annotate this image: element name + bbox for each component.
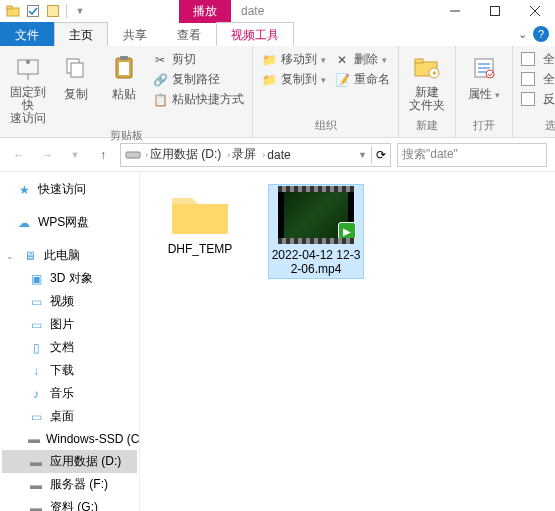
select-all-button[interactable]: 全部选择 [519, 50, 555, 69]
folder-icon[interactable] [4, 2, 22, 20]
video-thumbnail: ▶ [278, 186, 354, 244]
drive-icon: ▬ [28, 454, 44, 470]
nav-downloads[interactable]: ↓下载 [2, 359, 137, 382]
rename-button[interactable]: 📝重命名 [332, 70, 392, 89]
forward-button[interactable]: → [36, 144, 58, 166]
svg-rect-13 [120, 56, 128, 60]
crumb[interactable]: ›录屏 [225, 146, 258, 163]
group-label: 打开 [462, 116, 506, 135]
nav-wps[interactable]: ☁WPS网盘 [2, 211, 137, 234]
nav-videos[interactable]: ▭视频 [2, 290, 137, 313]
tab-view[interactable]: 查看 [162, 22, 216, 46]
pc-icon: 🖥 [22, 248, 38, 264]
scissors-icon: ✂ [152, 52, 168, 68]
ribbon: 固定到快 速访问 复制 粘贴 ✂剪切 🔗复制路径 📋粘贴快捷方式 剪贴板 📁移动… [0, 46, 555, 138]
paste-button[interactable]: 粘贴 [102, 48, 146, 103]
file-list[interactable]: DHF_TEMP ▶ 2022-04-12 12-32-06.mp4 [140, 172, 555, 511]
group-new: ✦ 新建 文件夹 新建 [399, 46, 456, 137]
ribbon-collapse-icon[interactable]: ⌄ [518, 28, 527, 41]
folder-icon [168, 186, 232, 238]
tab-video-tools[interactable]: 视频工具 [216, 22, 294, 46]
navigation-pane: ★快速访问 ☁WPS网盘 ⌄🖥此电脑 ▣3D 对象 ▭视频 ▭图片 ▯文档 ↓下… [0, 172, 140, 511]
invert-icon [521, 92, 539, 107]
title-bar: ▼ 播放 date [0, 0, 555, 22]
pin-button[interactable]: 固定到快 速访问 [6, 48, 50, 126]
new-folder-label: 新建 文件夹 [409, 86, 445, 112]
cut-button[interactable]: ✂剪切 [150, 50, 246, 69]
drive-icon: ▬ [28, 477, 44, 493]
tab-share[interactable]: 共享 [108, 22, 162, 46]
svg-text:✦: ✦ [431, 69, 438, 78]
copy-icon [60, 52, 92, 84]
paste-label: 粘贴 [112, 86, 136, 103]
help-icon[interactable]: ? [533, 26, 549, 42]
nav-drive-c[interactable]: ▬Windows-SSD (C:) [2, 428, 137, 450]
svg-rect-5 [491, 7, 500, 16]
cube-icon: ▣ [28, 271, 44, 287]
nav-music[interactable]: ♪音乐 [2, 382, 137, 405]
tab-file[interactable]: 文件 [0, 22, 54, 46]
pin-icon [12, 52, 44, 84]
overflow-icon[interactable] [44, 2, 62, 20]
qat-dropdown-icon[interactable]: ▼ [71, 2, 89, 20]
document-icon: ▯ [28, 340, 44, 356]
video-file-item[interactable]: ▶ 2022-04-12 12-32-06.mp4 [268, 184, 364, 279]
maximize-button[interactable] [475, 0, 515, 22]
minimize-button[interactable] [435, 0, 475, 22]
paste-shortcut-button[interactable]: 📋粘贴快捷方式 [150, 90, 246, 109]
new-folder-button[interactable]: ✦ 新建 文件夹 [405, 48, 449, 112]
copy-label: 复制 [64, 86, 88, 103]
nav-quick-access[interactable]: ★快速访问 [2, 178, 137, 201]
close-button[interactable] [515, 0, 555, 22]
move-icon: 📁 [261, 52, 277, 68]
copy-to-icon: 📁 [261, 72, 277, 88]
pin-label: 固定到快 速访问 [6, 86, 50, 126]
address-bar[interactable]: ›应用数据 (D:) ›录屏 ›date ▼ ⟳ [120, 143, 391, 167]
svg-point-20 [486, 70, 494, 78]
file-name: DHF_TEMP [168, 242, 233, 256]
select-none-button[interactable]: 全部取消 [519, 70, 555, 89]
checkbox-icon[interactable] [24, 2, 42, 20]
group-open: 属性 打开 [456, 46, 513, 137]
nav-drive-d[interactable]: ▬应用数据 (D:) [2, 450, 137, 473]
body: ★快速访问 ☁WPS网盘 ⌄🖥此电脑 ▣3D 对象 ▭视频 ▭图片 ▯文档 ↓下… [0, 172, 555, 511]
quick-access-toolbar: ▼ [0, 2, 89, 20]
nav-drive-g[interactable]: ▬资料 (G:) [2, 496, 137, 511]
group-label: 选择 [519, 116, 555, 135]
new-folder-icon: ✦ [411, 52, 443, 84]
nav-pictures[interactable]: ▭图片 [2, 313, 137, 336]
svg-rect-21 [126, 152, 140, 158]
nav-3d-objects[interactable]: ▣3D 对象 [2, 267, 137, 290]
copy-to-button[interactable]: 📁复制到 [259, 70, 328, 89]
nav-desktop[interactable]: ▭桌面 [2, 405, 137, 428]
address-dropdown-icon[interactable]: ▼ [358, 150, 367, 160]
window-title: date [231, 4, 264, 18]
properties-button[interactable]: 属性 [462, 48, 506, 103]
up-button[interactable]: ↑ [92, 144, 114, 166]
crumb[interactable]: ›应用数据 (D:) [143, 146, 223, 163]
ribbon-tabs: 文件 主页 共享 查看 视频工具 ⌄ ? [0, 22, 555, 46]
invert-selection-button[interactable]: 反向选择 [519, 90, 555, 109]
nav-drive-f[interactable]: ▬服务器 (F:) [2, 473, 137, 496]
refresh-button[interactable]: ⟳ [376, 148, 386, 162]
group-label: 组织 [259, 116, 392, 135]
crumb[interactable]: ›date [260, 148, 292, 162]
folder-item[interactable]: DHF_TEMP [152, 184, 248, 258]
drive-icon: ▬ [28, 431, 40, 447]
nav-documents[interactable]: ▯文档 [2, 336, 137, 359]
search-placeholder: 搜索"date" [402, 146, 458, 163]
copy-button[interactable]: 复制 [54, 48, 98, 103]
back-button[interactable]: ← [8, 144, 30, 166]
svg-point-9 [26, 60, 30, 64]
tab-home[interactable]: 主页 [54, 22, 108, 46]
nav-this-pc[interactable]: ⌄🖥此电脑 [2, 244, 137, 267]
drive-icon: ▬ [28, 500, 44, 512]
move-to-button[interactable]: 📁移动到 [259, 50, 328, 69]
copy-path-button[interactable]: 🔗复制路径 [150, 70, 246, 89]
uncheck-icon [521, 72, 539, 87]
recent-dropdown[interactable]: ▼ [64, 144, 86, 166]
properties-label: 属性 [468, 86, 500, 103]
delete-button[interactable]: ✕删除 [332, 50, 392, 69]
search-input[interactable]: 搜索"date" [397, 143, 547, 167]
drive-icon [125, 149, 141, 161]
